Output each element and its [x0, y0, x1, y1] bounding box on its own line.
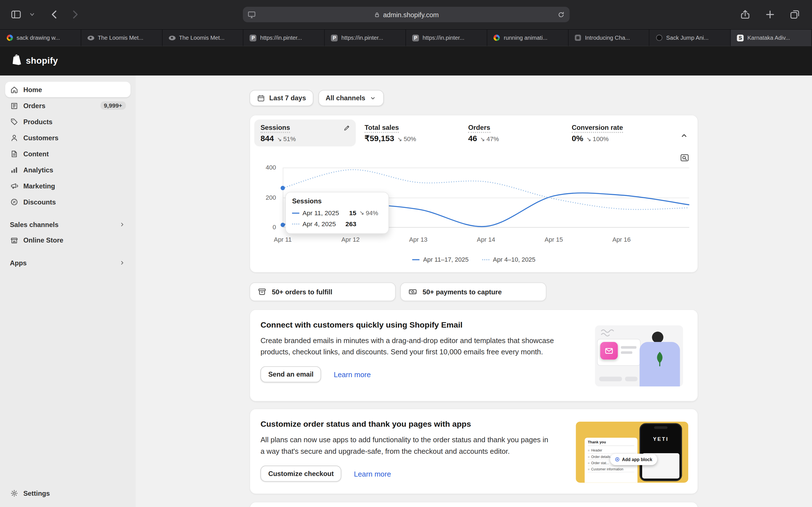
page-settings-icon[interactable]: [247, 10, 256, 19]
apps-header[interactable]: Apps: [5, 257, 130, 269]
add-app-block-button[interactable]: Add app block: [610, 454, 657, 465]
quick-action-button[interactable]: 50+ orders to fulfill: [250, 283, 396, 301]
products-icon: [10, 117, 18, 126]
forward-icon[interactable]: [69, 9, 81, 20]
analytics-overview-card: Sessions 844 ↘51% Total sales: [250, 115, 698, 273]
payments-icon: [408, 287, 417, 296]
x-axis-label: Apr 16: [606, 236, 637, 243]
metric-tile[interactable]: Sessions 844 ↘51%: [254, 119, 356, 147]
settings-label: Settings: [23, 489, 50, 497]
mini-panel-row: ≡Header: [588, 448, 635, 454]
tooltip-title: Sessions: [292, 197, 382, 205]
tab-overview-icon[interactable]: [789, 9, 801, 20]
address-bar[interactable]: admin.shopify.com: [243, 7, 569, 22]
sidebar-item-online-store[interactable]: Online Store: [5, 232, 130, 248]
browser-tab[interactable]: The Loomis Met...: [81, 30, 162, 46]
share-icon[interactable]: [740, 9, 751, 20]
checkout-apps-card: Customize order status and thank you pag…: [250, 409, 698, 494]
pinterest-icon: P: [412, 34, 419, 41]
chevron-right-icon: [119, 259, 126, 267]
y-axis-label: 400: [255, 164, 276, 171]
sidebar-item[interactable]: Products: [5, 114, 130, 129]
sidebar-item-settings[interactable]: Settings: [5, 485, 130, 501]
content-icon: [10, 149, 18, 158]
admin-sidebar: Home Orders 9,999+ Products Cu: [0, 75, 136, 507]
sidebar-item-label: Online Store: [23, 236, 63, 244]
sidebar-item[interactable]: Orders 9,999+: [5, 98, 130, 113]
metric-tile[interactable]: Total sales ₹59,153 ↘50%: [364, 119, 468, 147]
tooltip-date: Apr 11, 2025: [303, 209, 340, 217]
metric-delta: ↘50%: [397, 135, 416, 143]
metrics-row: Sessions 844 ↘51% Total sales: [254, 119, 675, 147]
date-range-button[interactable]: Last 7 days: [250, 90, 313, 106]
data-point-dot[interactable]: [281, 186, 285, 190]
person-head: [652, 332, 663, 343]
phone-notch: [654, 426, 668, 429]
metric-tile[interactable]: Conversion rate 0% ↘100%: [572, 119, 675, 147]
sidebar-item[interactable]: Customers: [5, 130, 130, 145]
send-email-button[interactable]: Send an email: [260, 366, 321, 382]
sidebar-item[interactable]: Content: [5, 146, 130, 161]
sidebar-toggle-icon[interactable]: [10, 9, 22, 20]
series-swatch: [292, 212, 299, 214]
x-axis-label: Apr 12: [335, 236, 366, 243]
tab-title: running animati...: [504, 35, 548, 41]
sidebar-item-label: Home: [23, 86, 42, 94]
quick-action-button[interactable]: 50+ payments to capture: [400, 283, 546, 301]
data-point-dot[interactable]: [281, 223, 285, 227]
browser-tab[interactable]: Introducing Cha...: [568, 30, 650, 46]
tab-title: https://in.pinter...: [423, 35, 464, 41]
url-text[interactable]: admin.shopify.com: [383, 11, 439, 18]
new-tab-icon[interactable]: [764, 9, 776, 20]
y-axis-label: 0: [255, 223, 276, 231]
sidebar-item-label: Orders: [23, 102, 45, 110]
orders-count-badge: 9,999+: [100, 101, 126, 110]
tooltip-delta: ↘94%: [359, 209, 383, 217]
email-illustration: [595, 325, 683, 386]
browser-tab[interactable]: S Karnataka Adiv...: [731, 30, 812, 46]
drag-handle-icon: ≡: [588, 467, 590, 470]
sidebar-item-label: Discounts: [23, 198, 56, 206]
store-icon: [10, 236, 18, 244]
sales-channels-header[interactable]: Sales channels: [5, 219, 130, 230]
browser-tab[interactable]: P https://in.pinter...: [244, 30, 325, 46]
chevron-down-icon[interactable]: [29, 11, 35, 17]
learn-more-link[interactable]: Learn more: [334, 370, 371, 378]
tab-title: https://in.pinter...: [260, 35, 302, 41]
browser-tab[interactable]: P https://in.pinter...: [325, 30, 406, 46]
browser-tab[interactable]: P https://in.pinter...: [406, 30, 487, 46]
eye-icon: [87, 34, 94, 41]
learn-more-link[interactable]: Learn more: [354, 469, 391, 478]
x-axis-label: Apr 15: [538, 236, 569, 243]
shopify-logo[interactable]: shopify: [11, 46, 58, 75]
browser-tab[interactable]: Sack Jump Ani...: [650, 30, 731, 46]
sidebar-item[interactable]: Home: [5, 82, 130, 97]
customize-checkout-button[interactable]: Customize checkout: [260, 466, 342, 482]
back-icon[interactable]: [49, 9, 60, 20]
sidebar-item-label: Products: [23, 118, 52, 126]
google-icon: [6, 34, 13, 41]
tab-title: Sack Jump Ani...: [666, 35, 709, 41]
google-icon: [493, 34, 500, 41]
metric-value: ₹59,153: [364, 134, 394, 144]
pencil-icon[interactable]: [343, 124, 351, 132]
eye-icon: [168, 34, 175, 41]
tooltip-date: Apr 4, 2025: [303, 220, 340, 228]
shopify-email-card: Connect with customers quickly using Sho…: [250, 309, 698, 401]
sidebar-item[interactable]: Marketing: [5, 178, 130, 193]
shopify-bag-icon: [11, 54, 22, 68]
browser-tab[interactable]: running animati...: [487, 30, 568, 46]
browser-tab[interactable]: sack drawing w...: [0, 30, 81, 46]
main-content: Last 7 days All channels Sessions: [136, 75, 812, 507]
collapse-chevron-icon[interactable]: [679, 131, 689, 140]
sidebar-item[interactable]: Discounts: [5, 194, 130, 210]
channel-filter-button[interactable]: All channels: [318, 90, 384, 106]
metric-tile[interactable]: Orders 46 ↘47%: [468, 119, 571, 147]
x-axis-label: Apr 11: [267, 236, 298, 243]
metric-label: Sessions: [260, 124, 290, 133]
refresh-icon[interactable]: [557, 11, 565, 18]
browser-tab[interactable]: The Loomis Met...: [162, 30, 244, 46]
sidebar-item[interactable]: Analytics: [5, 162, 130, 177]
inspect-chart-icon[interactable]: [679, 153, 690, 163]
trend-down-icon: ↘: [397, 136, 402, 143]
